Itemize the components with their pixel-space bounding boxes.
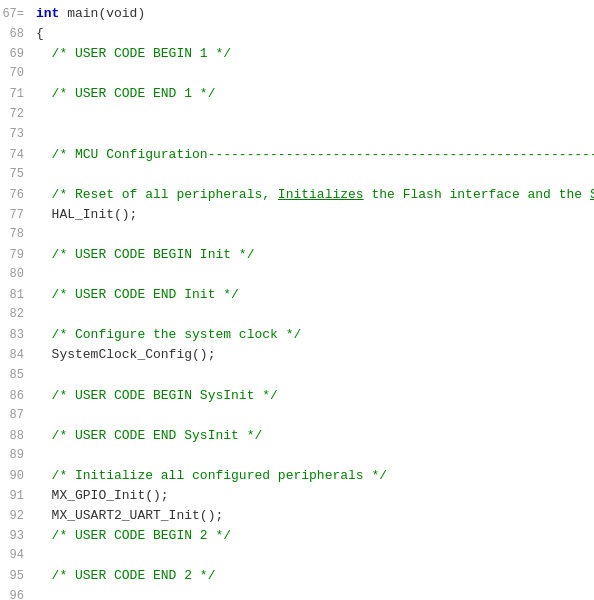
line-number: 92 bbox=[0, 507, 36, 526]
code-line: 83 /* Configure the system clock */ bbox=[0, 325, 594, 345]
line-number: 79 bbox=[0, 246, 36, 265]
line-number: 83 bbox=[0, 326, 36, 345]
code-line: 80 bbox=[0, 265, 594, 285]
line-content: /* MCU Configuration--------------------… bbox=[36, 145, 594, 165]
code-line: 93 /* USER CODE BEGIN 2 */ bbox=[0, 526, 594, 546]
code-line: 73 bbox=[0, 125, 594, 145]
line-number: 68 bbox=[0, 25, 36, 44]
line-number: 89 bbox=[0, 446, 36, 465]
line-content: { bbox=[36, 24, 586, 44]
line-number: 71 bbox=[0, 85, 36, 104]
code-line: 82 bbox=[0, 305, 594, 325]
code-line: 84 SystemClock_Config(); bbox=[0, 345, 594, 365]
code-line: 72 bbox=[0, 105, 594, 125]
code-line: 94 bbox=[0, 546, 594, 566]
code-line: 95 /* USER CODE END 2 */ bbox=[0, 566, 594, 586]
line-number: 93 bbox=[0, 527, 36, 546]
code-line: 96 bbox=[0, 587, 594, 600]
line-number: 88 bbox=[0, 427, 36, 446]
line-number: 72 bbox=[0, 105, 36, 124]
code-line: 75 bbox=[0, 165, 594, 185]
line-number: 80 bbox=[0, 265, 36, 284]
code-line: 87 bbox=[0, 406, 594, 426]
line-content: /* Initialize all configured peripherals… bbox=[36, 466, 586, 486]
code-line: 91 MX_GPIO_Init(); bbox=[0, 486, 594, 506]
line-content: MX_GPIO_Init(); bbox=[36, 486, 586, 506]
code-line: 79 /* USER CODE BEGIN Init */ bbox=[0, 245, 594, 265]
code-line: 69 /* USER CODE BEGIN 1 */ bbox=[0, 44, 594, 64]
line-number: 86 bbox=[0, 387, 36, 406]
line-content: /* USER CODE BEGIN Init */ bbox=[36, 245, 586, 265]
code-line: 90 /* Initialize all configured peripher… bbox=[0, 466, 594, 486]
line-content: int main(void) bbox=[36, 4, 586, 24]
code-line: 88 /* USER CODE END SysInit */ bbox=[0, 426, 594, 446]
line-content: /* USER CODE END 2 */ bbox=[36, 566, 586, 586]
line-number: 82 bbox=[0, 305, 36, 324]
line-number: 84 bbox=[0, 346, 36, 365]
code-line: 71 /* USER CODE END 1 */ bbox=[0, 84, 594, 104]
line-number: 77 bbox=[0, 206, 36, 225]
line-number: 81 bbox=[0, 286, 36, 305]
line-content: /* USER CODE BEGIN 1 */ bbox=[36, 44, 586, 64]
line-content: HAL_Init(); bbox=[36, 205, 586, 225]
code-line: 81 /* USER CODE END Init */ bbox=[0, 285, 594, 305]
code-line: 86 /* USER CODE BEGIN SysInit */ bbox=[0, 386, 594, 406]
code-line: 67=int main(void) bbox=[0, 4, 594, 24]
line-number: 69 bbox=[0, 45, 36, 64]
code-line: 76 /* Reset of all peripherals, Initiali… bbox=[0, 185, 594, 205]
line-number: 78 bbox=[0, 225, 36, 244]
code-line: 74 /* MCU Configuration-----------------… bbox=[0, 145, 594, 165]
code-line: 70 bbox=[0, 64, 594, 84]
line-content: /* USER CODE BEGIN 2 */ bbox=[36, 526, 586, 546]
line-number: 74 bbox=[0, 146, 36, 165]
line-number: 90 bbox=[0, 467, 36, 486]
line-content: /* Configure the system clock */ bbox=[36, 325, 586, 345]
code-editor: 67=int main(void)68{69 /* USER CODE BEGI… bbox=[0, 0, 594, 600]
line-number: 76 bbox=[0, 186, 36, 205]
line-content: /* USER CODE END Init */ bbox=[36, 285, 586, 305]
line-number: 95 bbox=[0, 567, 36, 586]
code-line: 89 bbox=[0, 446, 594, 466]
line-content: /* USER CODE END SysInit */ bbox=[36, 426, 586, 446]
line-number: 67= bbox=[0, 5, 36, 24]
code-line: 78 bbox=[0, 225, 594, 245]
line-content: /* USER CODE END 1 */ bbox=[36, 84, 586, 104]
code-line: 85 bbox=[0, 366, 594, 386]
line-number: 96 bbox=[0, 587, 36, 600]
line-number: 75 bbox=[0, 165, 36, 184]
line-number: 73 bbox=[0, 125, 36, 144]
code-line: 68{ bbox=[0, 24, 594, 44]
line-number: 94 bbox=[0, 546, 36, 565]
line-number: 87 bbox=[0, 406, 36, 425]
line-content: SystemClock_Config(); bbox=[36, 345, 586, 365]
line-number: 85 bbox=[0, 366, 36, 385]
code-line: 77 HAL_Init(); bbox=[0, 205, 594, 225]
line-content: /* Reset of all peripherals, Initializes… bbox=[36, 185, 594, 205]
code-line: 92 MX_USART2_UART_Init(); bbox=[0, 506, 594, 526]
line-content: MX_USART2_UART_Init(); bbox=[36, 506, 586, 526]
line-content: /* USER CODE BEGIN SysInit */ bbox=[36, 386, 586, 406]
line-number: 70 bbox=[0, 64, 36, 83]
line-number: 91 bbox=[0, 487, 36, 506]
